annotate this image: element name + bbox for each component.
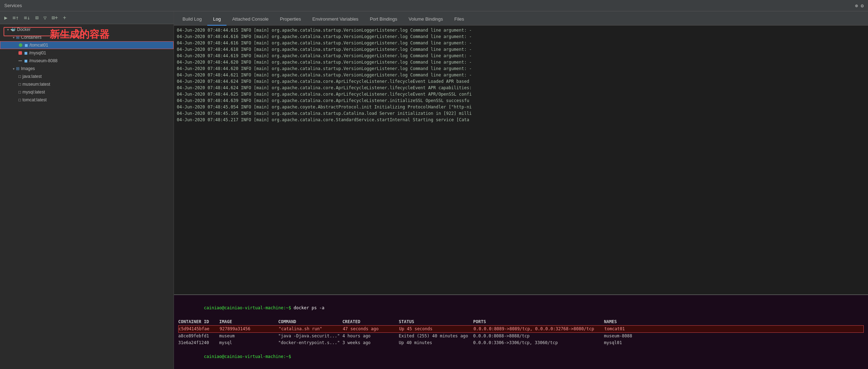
log-area[interactable]: 04-Jun-2020 07:48:44.615 INFO [main] org… xyxy=(174,26,868,294)
toolbar-btn-expand-all[interactable]: ≡↓ xyxy=(22,14,32,22)
settings-icon[interactable]: ⚙ xyxy=(861,3,864,9)
arrow-images: ▾ xyxy=(13,67,15,71)
arrow-docker: ▾ xyxy=(7,28,9,32)
globe-icon[interactable]: ⊕ xyxy=(855,3,858,9)
tree-item-java-latest[interactable]: □ java:latest xyxy=(0,73,174,80)
tab-environment-variables[interactable]: Environment Variables xyxy=(307,13,364,26)
tomcat-latest-icon: □ xyxy=(18,97,21,102)
terminal-row: a8ce89febfd1 museum "java -Djava.securit… xyxy=(178,333,864,339)
mysql01-label: /mysql01 xyxy=(29,50,46,55)
log-line: 04-Jun-2020 07:48:44.624 INFO [main] org… xyxy=(177,78,865,85)
annotation-box: 新生成的容器 xyxy=(50,28,109,41)
terminal-command: docker ps -a xyxy=(291,305,324,310)
toolbar-btn-add[interactable]: + xyxy=(61,14,67,22)
tree-item-tomcat01[interactable]: ◼ /tomcat01 xyxy=(0,41,174,49)
tree-item-tomcat-latest[interactable]: □ tomcat:latest xyxy=(0,96,174,104)
main-layout: ▶ ≡↑ ≡↓ ⊞ ▽ ⊞+ + 新生成的容器 ▾ 🐳 Docker ▾ xyxy=(0,11,868,369)
tree-area: 新生成的容器 ▾ 🐳 Docker ▾ ⊞ Containers ◼ /tomc… xyxy=(0,24,174,369)
left-panel: ▶ ≡↑ ≡↓ ⊞ ▽ ⊞+ + 新生成的容器 ▾ 🐳 Docker ▾ xyxy=(0,11,174,369)
museum-label: /museum-8088 xyxy=(29,58,58,63)
toolbar-btn-grid[interactable]: ⊞ xyxy=(34,14,40,22)
terminal-prompt2-line: cainiao@cainiao-virtual-machine:~$ xyxy=(178,346,864,367)
terminal-prompt: cainiao@cainiao-virtual-machine:~$ xyxy=(204,305,291,310)
services-title: Services xyxy=(4,3,22,8)
containers-label: Containers xyxy=(21,35,42,40)
log-line: 04-Jun-2020 07:48:44.616 INFO [main] org… xyxy=(177,40,865,46)
terminal-content[interactable]: cainiao@cainiao-virtual-machine:~$ docke… xyxy=(174,295,868,369)
terminal-table-header: CONTAINER ID IMAGE COMMAND CREATED STATU… xyxy=(178,319,864,325)
annotation-new-container: 新生成的容器 xyxy=(50,29,109,40)
tree-item-museum-8088[interactable]: ◼ /museum-8088 xyxy=(0,57,174,65)
terminal-prompt-line: cainiao@cainiao-virtual-machine:~$ docke… xyxy=(178,298,864,319)
toolbar-btn-collapse-all[interactable]: ≡↑ xyxy=(11,14,20,22)
toolbar-btn-filter[interactable]: ▽ xyxy=(42,14,48,22)
terminal-row: c5d94145bfae 927899a31456 "catalina.sh r… xyxy=(178,325,864,333)
mysql01-icon: ◼ xyxy=(24,50,28,55)
right-panel: Build Log Log Attached Console Propertie… xyxy=(174,11,868,369)
tree-item-mysql-latest[interactable]: □ mysql:latest xyxy=(0,88,174,96)
stop-indicator-mysql01 xyxy=(18,51,22,55)
museum-latest-icon: □ xyxy=(18,82,21,87)
log-line: 04-Jun-2020 07:48:44.620 INFO [main] org… xyxy=(177,59,865,65)
tab-log[interactable]: Log xyxy=(207,13,226,26)
mysql-latest-label: mysql:latest xyxy=(22,90,45,95)
dash-indicator-museum xyxy=(18,60,22,61)
log-line: 04-Jun-2020 07:48:44.615 INFO [main] org… xyxy=(177,27,865,33)
tomcat01-icon: ◼ xyxy=(24,43,28,48)
log-line: 04-Jun-2020 07:48:44.624 INFO [main] org… xyxy=(177,85,865,91)
docker-icon: 🐳 xyxy=(10,27,16,32)
tab-attached-console[interactable]: Attached Console xyxy=(226,13,274,26)
tab-port-bindings[interactable]: Port Bindings xyxy=(364,13,403,26)
log-line: 04-Jun-2020 07:48:45.217 INFO [main] org… xyxy=(177,117,865,123)
tree-item-images[interactable]: ▾ ⊞ Images xyxy=(0,65,174,73)
top-bar-icons: ⊕ ⚙ xyxy=(855,3,864,9)
tab-properties[interactable]: Properties xyxy=(274,13,307,26)
log-line: 04-Jun-2020 07:48:45.054 INFO [main] org… xyxy=(177,104,865,110)
images-icon: ⊞ xyxy=(16,66,20,71)
bottom-terminal: cainiao@cainiao-virtual-machine:~$ docke… xyxy=(174,294,868,369)
museum-icon: ◼ xyxy=(24,58,28,63)
java-latest-label: java:latest xyxy=(22,74,42,79)
terminal-row: 31e6a24f1240 mysql "docker-entrypoint.s.… xyxy=(178,339,864,346)
tomcat-latest-label: tomcat:latest xyxy=(22,97,47,102)
top-bar: Services ⊕ ⚙ xyxy=(0,0,868,11)
log-line: 04-Jun-2020 07:48:44.618 INFO [main] org… xyxy=(177,46,865,53)
toolbar: ▶ ≡↑ ≡↓ ⊞ ▽ ⊞+ + xyxy=(0,11,174,24)
log-line: 04-Jun-2020 07:48:44.639 INFO [main] org… xyxy=(177,97,865,104)
mysql-latest-icon: □ xyxy=(18,90,21,95)
log-line: 04-Jun-2020 07:48:44.619 INFO [main] org… xyxy=(177,53,865,59)
java-latest-icon: □ xyxy=(18,74,21,79)
tab-build-log[interactable]: Build Log xyxy=(177,13,207,26)
containers-icon: ⊞ xyxy=(16,35,20,40)
log-line: 04-Jun-2020 07:48:45.105 INFO [main] org… xyxy=(177,110,865,117)
log-line: 04-Jun-2020 07:48:44.620 INFO [main] org… xyxy=(177,65,865,72)
tomcat01-label: /tomcat01 xyxy=(29,43,48,48)
terminal-prompt2: cainiao@cainiao-virtual-machine:~$ xyxy=(204,354,291,359)
log-line: 04-Jun-2020 07:48:44.625 INFO [main] org… xyxy=(177,91,865,97)
toolbar-btn-sort[interactable]: ⊞+ xyxy=(50,14,59,22)
tab-volume-bindings[interactable]: Volume Bindings xyxy=(403,13,449,26)
running-indicator-tomcat01 xyxy=(19,43,22,47)
toolbar-btn-start[interactable]: ▶ xyxy=(3,14,9,22)
museum-latest-label: museum:latest xyxy=(22,82,50,87)
images-label: Images xyxy=(21,66,35,71)
arrow-containers: ▾ xyxy=(13,36,15,39)
tree-item-mysql01[interactable]: ◼ /mysql01 xyxy=(0,49,174,57)
tab-files[interactable]: Files xyxy=(449,13,470,26)
tab-bar: Build Log Log Attached Console Propertie… xyxy=(174,11,868,26)
tree-item-museum-latest[interactable]: □ museum:latest xyxy=(0,80,174,88)
log-line: 04-Jun-2020 07:48:44.621 INFO [main] org… xyxy=(177,72,865,78)
log-line: 04-Jun-2020 07:48:44.616 INFO [main] org… xyxy=(177,33,865,40)
docker-label: Docker xyxy=(17,27,31,32)
